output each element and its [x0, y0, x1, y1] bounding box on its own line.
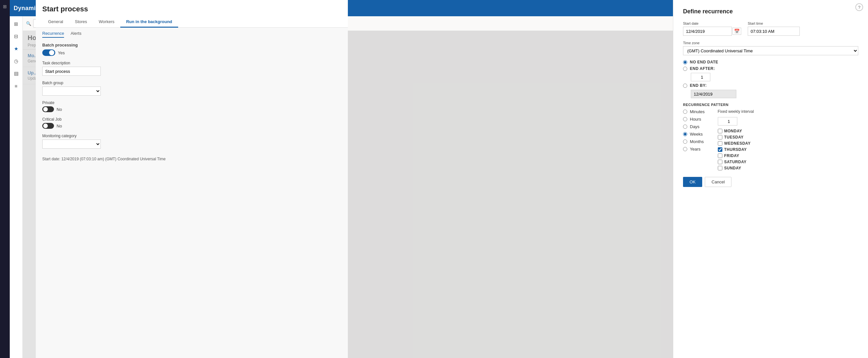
recurrence-pattern-container: Minutes Hours Days Weeks Months Years	[683, 109, 858, 170]
end-after-row: END AFTER:	[683, 66, 858, 71]
start-time-label: Start time	[748, 22, 800, 25]
critical-job-toggle[interactable]	[42, 123, 54, 129]
wednesday-checkbox[interactable]	[718, 141, 722, 146]
start-process-panel: Start process General Stores Workers Run…	[36, 0, 348, 358]
task-description-field: Task description	[36, 61, 348, 76]
critical-job-toggle-label: No	[57, 124, 62, 128]
pattern-weeks-label[interactable]: Weeks	[690, 132, 703, 137]
pattern-days-row: Days	[683, 124, 705, 129]
private-toggle-label: No	[57, 107, 62, 112]
pattern-years-label[interactable]: Years	[690, 147, 701, 151]
pattern-minutes-radio[interactable]	[683, 110, 687, 114]
monitoring-category-label: Monitoring category	[42, 133, 341, 138]
recurrence-pattern-label: RECURRENCE PATTERN	[683, 103, 858, 107]
saturday-checkbox[interactable]	[718, 160, 722, 164]
end-by-radio[interactable]	[683, 84, 687, 88]
thursday-label[interactable]: THURSDAY	[724, 147, 747, 152]
secondary-nav: ⊞ ⊟ ★ ◷ ▤ ≡	[10, 16, 23, 358]
sp-header: Start process General Stores Workers Run…	[36, 0, 348, 28]
pattern-months-label[interactable]: Months	[690, 139, 704, 144]
tuesday-label[interactable]: TUESDAY	[724, 135, 744, 140]
no-end-date-radio[interactable]	[683, 60, 687, 64]
pattern-months-radio[interactable]	[683, 140, 687, 144]
end-after-label[interactable]: END AFTER:	[690, 66, 715, 71]
pattern-radio-group: Minutes Hours Days Weeks Months Years	[683, 109, 705, 170]
day-wednesday-row: WEDNESDAY	[718, 141, 754, 146]
time-zone-label: Time zone	[683, 41, 858, 45]
sp-subtabs: Recurrence Alerts	[36, 28, 348, 38]
batch-group-select[interactable]	[42, 87, 101, 96]
batch-section: Batch processing Yes	[36, 38, 348, 61]
days-container: MONDAY TUESDAY WEDNESDAY THURSDAY FRIDAY	[718, 129, 754, 170]
critical-job-label: Critical Job	[42, 117, 341, 122]
day-saturday-row: SATURDAY	[718, 160, 754, 164]
monitoring-category-select[interactable]	[42, 140, 101, 149]
monday-label[interactable]: MONDAY	[724, 129, 742, 133]
subtab-recurrence[interactable]: Recurrence	[42, 31, 64, 38]
end-options-group: NO END DATE END AFTER: END BY:	[683, 60, 858, 98]
end-by-label[interactable]: END BY:	[690, 83, 707, 88]
tab-workers[interactable]: Workers	[93, 17, 120, 28]
start-datetime-row: Start date 📅 Start time	[683, 22, 858, 36]
pattern-hours-row: Hours	[683, 117, 705, 122]
nav-chart-icon[interactable]: ▤	[11, 68, 22, 79]
batch-group-field: Batch group	[36, 81, 348, 96]
cancel-button[interactable]: Cancel	[705, 177, 732, 187]
end-by-input-container	[691, 90, 858, 98]
tab-general[interactable]: General	[42, 17, 69, 28]
subtab-alerts[interactable]: Alerts	[70, 31, 81, 38]
nav-star-icon[interactable]: ★	[11, 43, 22, 54]
wednesday-label[interactable]: WEDNESDAY	[724, 141, 751, 146]
task-description-label: Task description	[42, 61, 341, 65]
end-after-input[interactable]	[691, 73, 710, 81]
tuesday-checkbox[interactable]	[718, 135, 722, 140]
nav-filter-icon[interactable]: ⊟	[11, 31, 22, 41]
end-by-input[interactable]	[691, 90, 736, 98]
start-date-input[interactable]	[683, 27, 732, 36]
search-icon-button[interactable]: 🔍	[26, 21, 31, 26]
end-after-radio[interactable]	[683, 67, 687, 71]
friday-checkbox[interactable]	[718, 153, 722, 158]
nav-list-icon[interactable]: ≡	[11, 81, 22, 91]
calendar-icon[interactable]: 📅	[733, 28, 741, 35]
nav-grid-icon[interactable]: ⊞	[1, 3, 9, 10]
pattern-hours-label[interactable]: Hours	[690, 117, 701, 122]
batch-toggle-label: Yes	[58, 51, 65, 55]
pattern-days-label[interactable]: Days	[690, 124, 700, 129]
monitoring-category-field: Monitoring category	[36, 133, 348, 149]
end-after-input-container	[691, 73, 858, 81]
private-toggle[interactable]	[42, 106, 54, 112]
batch-processing-label: Batch processing	[42, 42, 341, 48]
monday-checkbox[interactable]	[718, 129, 722, 133]
pattern-hours-radio[interactable]	[683, 117, 687, 121]
sunday-checkbox[interactable]	[718, 166, 722, 170]
batch-group-label: Batch group	[42, 81, 341, 85]
sunday-label[interactable]: SUNDAY	[724, 166, 742, 170]
ok-button[interactable]: OK	[683, 177, 702, 187]
critical-row: No	[42, 123, 341, 129]
private-label: Private	[42, 100, 341, 105]
pattern-weeks-radio[interactable]	[683, 132, 687, 136]
pattern-years-row: Years	[683, 147, 705, 151]
start-time-input[interactable]	[748, 27, 800, 36]
time-zone-select[interactable]: (GMT) Coordinated Universal Time	[683, 46, 858, 55]
thursday-checkbox[interactable]	[718, 147, 722, 152]
task-description-input[interactable]	[42, 67, 101, 76]
saturday-label[interactable]: SATURDAY	[724, 160, 747, 164]
tab-run-background[interactable]: Run in the background	[120, 17, 178, 28]
fixed-interval-input[interactable]	[718, 117, 737, 125]
friday-label[interactable]: FRIDAY	[724, 153, 740, 158]
nav-clock-icon[interactable]: ◷	[11, 56, 22, 66]
pattern-minutes-label[interactable]: Minutes	[690, 109, 705, 114]
start-time-field: Start time	[748, 22, 800, 36]
pattern-years-radio[interactable]	[683, 147, 687, 151]
pattern-days-radio[interactable]	[683, 124, 687, 129]
tab-stores[interactable]: Stores	[69, 17, 93, 28]
nav-home-icon[interactable]: ⊞	[11, 19, 22, 29]
batch-toggle[interactable]	[42, 50, 55, 56]
no-end-date-label[interactable]: NO END DATE	[690, 60, 718, 64]
time-zone-field: Time zone (GMT) Coordinated Universal Ti…	[683, 41, 858, 55]
day-sunday-row: SUNDAY	[718, 166, 754, 170]
help-icon[interactable]: ?	[855, 3, 863, 11]
day-tuesday-row: TUESDAY	[718, 135, 754, 140]
